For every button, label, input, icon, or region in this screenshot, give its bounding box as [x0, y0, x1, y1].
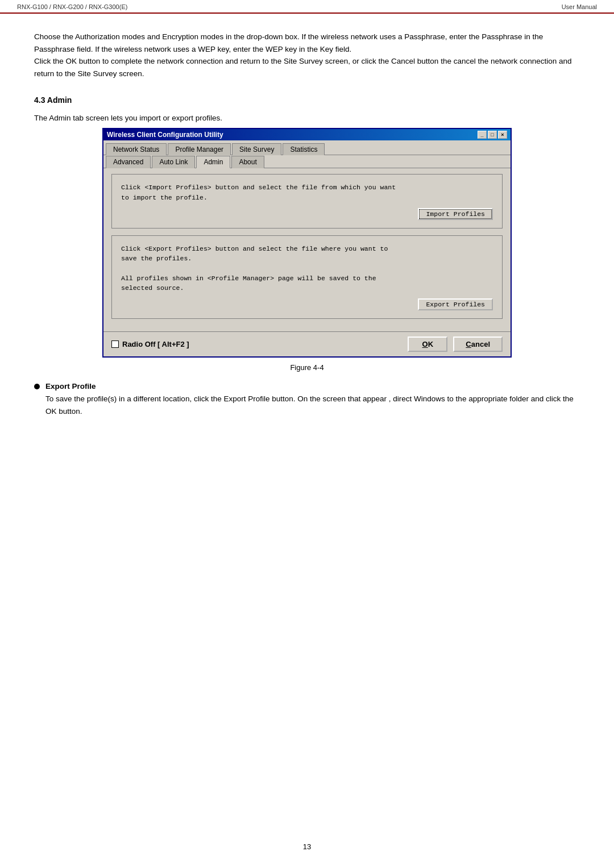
dialog-window: Wireless Client Configuration Utility _ …	[102, 128, 512, 358]
tab-network-status[interactable]: Network Status	[106, 143, 167, 155]
ok-button[interactable]: OK	[408, 337, 447, 352]
tab-statistics[interactable]: Statistics	[283, 143, 325, 155]
tab-profile-manager[interactable]: Profile Manager	[168, 143, 231, 155]
list-item: Export Profile To save the profile(s) in…	[34, 382, 580, 417]
tab-advanced[interactable]: Advanced	[106, 156, 151, 168]
tab-bar-row2: Advanced Auto Link Admin About	[103, 155, 511, 168]
bullet-section: Export Profile To save the profile(s) in…	[34, 382, 580, 417]
import-text-line2: to import the profile.	[121, 194, 208, 201]
export-text-line3: All profiles shown in <Profile Manager> …	[121, 275, 376, 282]
export-button-row: Export Profiles	[121, 298, 493, 310]
import-profiles-button[interactable]: Import Profiles	[418, 208, 493, 220]
export-text-line4: selected source.	[121, 284, 184, 292]
cancel-button[interactable]: Cancel	[453, 337, 503, 352]
footer-buttons: OK Cancel	[408, 337, 503, 352]
radio-off-label[interactable]: Radio Off [ Alt+F2 ]	[111, 340, 189, 348]
import-panel-text: Click <Import Profiles> button and selec…	[121, 182, 493, 202]
header-right-text: User Manual	[562, 3, 597, 10]
maximize-button[interactable]: □	[488, 131, 497, 139]
section-heading: 4.3 Admin	[34, 95, 580, 105]
tab-about[interactable]: About	[231, 156, 264, 168]
dialog-titlebar: Wireless Client Configuration Utility _ …	[103, 129, 511, 140]
radio-off-text: Radio Off [ Alt+F2 ]	[122, 340, 189, 348]
tab-bar: Network Status Profile Manager Site Surv…	[103, 140, 511, 155]
dialog-body: Click <Import Profiles> button and selec…	[103, 168, 511, 331]
page-header: RNX-G100 / RNX-G200 / RNX-G300(E) User M…	[0, 0, 614, 14]
minimize-button[interactable]: _	[478, 131, 487, 139]
intro-para-2: Click the OK button to complete the netw…	[34, 55, 580, 80]
intro-paragraphs: Choose the Authorization modes and Encry…	[34, 31, 580, 80]
export-text-line2: save the profiles.	[121, 255, 192, 262]
intro-para-1: Choose the Authorization modes and Encry…	[34, 31, 580, 55]
radio-off-checkbox[interactable]	[111, 340, 119, 348]
import-button-row: Import Profiles	[121, 208, 493, 220]
figure-caption: Figure 4-4	[34, 363, 580, 372]
header-left-text: RNX-G100 / RNX-G200 / RNX-G300(E)	[17, 3, 127, 10]
bullet-icon	[34, 384, 40, 389]
tab-admin[interactable]: Admin	[196, 156, 230, 168]
section-description: The Admin tab screen lets you import or …	[34, 114, 580, 122]
dialog-title: Wireless Client Configuration Utility	[107, 131, 223, 139]
main-content: Choose the Authorization modes and Encry…	[0, 14, 614, 438]
dialog-footer: Radio Off [ Alt+F2 ] OK Cancel	[103, 331, 511, 356]
import-text-line1: Click <Import Profiles> button and selec…	[121, 184, 396, 191]
titlebar-controls: _ □ ×	[478, 131, 507, 139]
export-panel-text: Click <Export Profiles> button and selec…	[121, 244, 493, 293]
bullet-content: Export Profile To save the profile(s) in…	[45, 382, 580, 417]
tab-auto-link[interactable]: Auto Link	[152, 156, 195, 168]
close-button[interactable]: ×	[498, 131, 507, 139]
tab-site-survey[interactable]: Site Survey	[232, 143, 281, 155]
export-panel: Click <Export Profiles> button and selec…	[111, 235, 503, 319]
import-panel: Click <Import Profiles> button and selec…	[111, 174, 503, 229]
bullet-heading: Export Profile	[45, 382, 580, 391]
export-text-line1: Click <Export Profiles> button and selec…	[121, 245, 388, 252]
export-profiles-button[interactable]: Export Profiles	[418, 298, 493, 310]
bullet-description: To save the profile(s) in a different lo…	[45, 393, 580, 417]
page-footer: 13	[0, 842, 614, 851]
page-number: 13	[303, 842, 311, 851]
